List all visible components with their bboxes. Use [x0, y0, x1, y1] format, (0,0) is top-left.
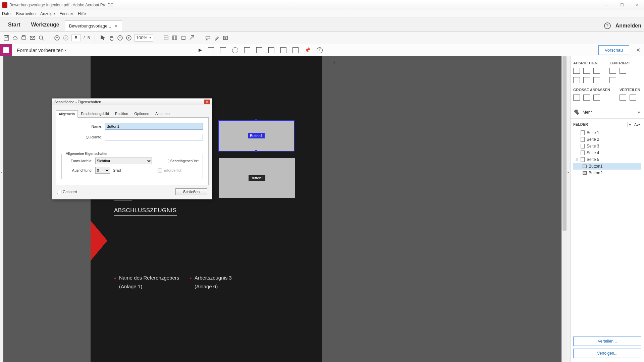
button-tool-icon[interactable]: [268, 47, 274, 53]
close-window-button[interactable]: ✕: [633, 3, 642, 7]
menu-edit[interactable]: Bearbeiten: [16, 11, 36, 16]
zoom-out-icon[interactable]: [117, 35, 123, 41]
page-number-input[interactable]: [71, 35, 81, 41]
form-field-button2[interactable]: Button2: [219, 158, 295, 198]
close-formbar-button[interactable]: ✕: [632, 44, 644, 56]
dialog-tab-options[interactable]: Optionen: [131, 110, 152, 117]
barcode-tool-icon[interactable]: [292, 47, 299, 53]
minimize-button[interactable]: —: [602, 3, 611, 7]
pin-icon[interactable]: [305, 47, 311, 53]
match-height-icon[interactable]: [583, 95, 590, 101]
form-field-button2-label: Button2: [249, 175, 265, 181]
tab-close-icon[interactable]: ✕: [114, 24, 118, 28]
dialog-tab-actions[interactable]: Aktionen: [152, 110, 173, 117]
tab-tools[interactable]: Werkzeuge: [25, 18, 64, 31]
measure-icon[interactable]: [189, 35, 195, 41]
locked-checkbox[interactable]: Gesperrt: [57, 190, 77, 194]
name-input[interactable]: [105, 123, 203, 130]
align-left-icon[interactable]: [573, 68, 580, 74]
signature-tool-icon[interactable]: [280, 47, 286, 53]
fit-page-icon[interactable]: [172, 35, 178, 41]
dialog-tab-position[interactable]: Position: [112, 110, 131, 117]
stamp-icon[interactable]: [222, 35, 228, 41]
match-both-icon[interactable]: [593, 95, 600, 101]
distribute-button[interactable]: Verteilen...: [573, 337, 641, 346]
align-middle-icon[interactable]: [583, 77, 590, 83]
dialog-close-btn[interactable]: Schließen: [175, 188, 207, 195]
tree-page-4[interactable]: Seite 4: [573, 149, 641, 156]
page-up-icon[interactable]: [54, 35, 60, 41]
distribute-v-icon[interactable]: [630, 95, 636, 101]
signin-link[interactable]: Anmelden: [615, 23, 641, 29]
help-icon[interactable]: ?: [604, 22, 611, 29]
right-expand-icon[interactable]: ◂: [568, 170, 569, 174]
menu-help[interactable]: Hilfe: [78, 11, 86, 16]
track-button[interactable]: Verfolgen...: [573, 349, 641, 358]
comment-icon[interactable]: [205, 35, 211, 41]
quickinfo-input[interactable]: [105, 134, 203, 140]
left-rail[interactable]: ▸: [0, 56, 3, 362]
formfield-select[interactable]: Sichtbar: [95, 158, 152, 164]
tree-page-2[interactable]: Seite 2: [573, 136, 641, 143]
tree-page-3[interactable]: Seite 3: [573, 143, 641, 149]
search-icon[interactable]: [38, 35, 44, 41]
dialog-close-button[interactable]: ✕: [204, 100, 210, 104]
tree-field-button1[interactable]: Button1: [573, 163, 641, 170]
radio-tool-icon[interactable]: [232, 47, 238, 53]
form-field-button1[interactable]: Button1: [218, 120, 294, 152]
maximize-button[interactable]: ☐: [617, 3, 627, 7]
form-prepare-dropdown[interactable]: Formular vorbereiten: [12, 47, 71, 53]
zoom-select[interactable]: 100% ▼: [135, 34, 153, 42]
align-center-icon[interactable]: [583, 68, 590, 74]
form-field-button1-label: Button1: [248, 133, 265, 138]
save-icon[interactable]: [3, 35, 9, 41]
tab-start[interactable]: Start: [3, 18, 25, 31]
scrollbar-thumb[interactable]: [562, 56, 567, 231]
hand-icon[interactable]: [108, 35, 114, 41]
checkbox-tool-icon[interactable]: [220, 47, 226, 53]
textfield-tool-icon[interactable]: [208, 47, 214, 53]
select-tool-icon[interactable]: [199, 49, 202, 52]
tree-page-1[interactable]: Seite 1: [573, 129, 641, 136]
center-v-icon[interactable]: [620, 68, 626, 74]
pointer-icon[interactable]: [100, 35, 106, 41]
form-rail-button[interactable]: [0, 44, 12, 56]
vertical-scrollbar[interactable]: [561, 56, 567, 362]
center-h-icon[interactable]: [609, 68, 616, 74]
menu-window[interactable]: Fenster: [59, 11, 73, 16]
left-expand-icon[interactable]: ▸: [1, 170, 2, 174]
dialog-titlebar[interactable]: Schaltfläche - Eigenschaften ✕: [52, 99, 212, 105]
page-down-icon[interactable]: [63, 35, 69, 41]
mail-icon[interactable]: [30, 35, 36, 41]
align-bottom-icon[interactable]: [593, 77, 600, 83]
center-both-icon[interactable]: [609, 77, 616, 83]
fit-width-icon[interactable]: [163, 35, 169, 41]
tree-page-5[interactable]: ⊟Seite 5: [573, 156, 641, 163]
distribute-h-icon[interactable]: [620, 95, 626, 101]
menu-file[interactable]: Datei: [2, 11, 11, 16]
align-top-icon[interactable]: [573, 77, 580, 83]
fields-sort-options[interactable]: ≡Aᴢ▾: [627, 122, 641, 127]
zoom-in-icon[interactable]: [126, 35, 132, 41]
align-right-icon[interactable]: [593, 68, 600, 74]
preview-button[interactable]: Vorschau: [598, 45, 629, 55]
dialog-tab-general[interactable]: Allgemein: [56, 110, 78, 118]
dropdown-tool-icon[interactable]: [256, 47, 262, 53]
form-help-icon[interactable]: [317, 47, 323, 53]
more-row[interactable]: Mehr ▼: [571, 106, 644, 119]
document-canvas[interactable]: 4 Button1 Button2 AUSZEICHNUNGEN DIPLOM …: [3, 56, 561, 362]
rotate-icon[interactable]: [180, 35, 186, 41]
right-rail-expand[interactable]: ◂: [567, 56, 570, 362]
tree-field-button2[interactable]: Button2: [573, 170, 641, 176]
print-icon[interactable]: [21, 35, 27, 41]
highlight-icon[interactable]: [214, 35, 220, 41]
dialog-tab-appearance[interactable]: Erscheinungsbild: [78, 110, 112, 117]
readonly-checkbox[interactable]: Schreibgeschützt: [165, 159, 199, 163]
orientation-select[interactable]: 0: [95, 167, 110, 174]
menu-view[interactable]: Anzeige: [40, 11, 55, 16]
tab-document[interactable]: Bewerbungsvorlage... ✕: [65, 20, 122, 31]
match-width-icon[interactable]: [573, 95, 580, 101]
listbox-tool-icon[interactable]: [244, 47, 250, 53]
ref2-line2: (Anlage 6): [195, 284, 218, 289]
cloud-icon[interactable]: [12, 35, 18, 41]
